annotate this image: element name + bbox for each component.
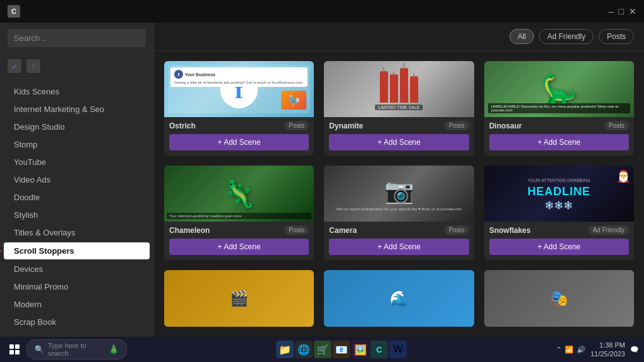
taskbar: 🔍 Type here to search 🎄 📁 🌐 🛒 📧 🖼️ C W ⌃… [0, 337, 644, 362]
content-header: All Ad Friendly Posts [154, 23, 644, 51]
sidebar-item-minimal-promo[interactable]: Minimal Promo [4, 278, 150, 295]
add-scene-button-camera[interactable]: + Add Scene [329, 239, 469, 255]
check-icon[interactable]: ✓ [8, 59, 21, 73]
clock: 1:38 PM 11/25/2023 [591, 341, 625, 359]
scene-badge-snowflakes: Ad Friendly [588, 225, 629, 235]
app-bar: C – □ ✕ [0, 0, 644, 23]
scene-name-dinosaur: Dinosaur [489, 122, 522, 130]
add-scene-button-dinosaur[interactable]: + Add Scene [489, 134, 629, 150]
date: 11/25/2023 [591, 349, 625, 358]
taskbar-search-label: Type here to search [48, 342, 104, 357]
taskbar-search-icon: 🔍 [35, 345, 44, 354]
notification-icon[interactable]: 🗨️ [630, 346, 639, 354]
scene-footer-dinosaur: DinosaurPosts [484, 117, 634, 134]
tray-arrow-icon[interactable]: ⌃ [556, 346, 562, 354]
scene-badge-dinosaur: Posts [604, 121, 629, 130]
taskbar-app-mail[interactable]: 📧 [333, 341, 350, 358]
taskbar-app-c[interactable]: C [370, 341, 388, 358]
svg-marker-0 [0, 247, 3, 255]
scene-card-camera: 📷 Hire an expert photographer for your s… [324, 166, 474, 260]
sidebar-item-video-ads[interactable]: Video Ads [4, 171, 150, 188]
taskbar-app-icons: 📁 🌐 🛒 📧 🖼️ C W [276, 341, 407, 358]
sidebar-item-scrap-book[interactable]: Scrap Book [4, 314, 150, 331]
scene-footer-ostrich: OstrichPosts [164, 117, 314, 134]
start-button[interactable] [5, 340, 24, 359]
sidebar-list: Kids ScenesInternet Marketing & SeoDesig… [0, 79, 153, 337]
scene-card-chameleon: 🦎 Your attention-grabbing headline goes … [164, 166, 314, 260]
sidebar-item-kids-scenes[interactable]: Kids Scenes [4, 83, 150, 100]
taskbar-search[interactable]: 🔍 Type here to search 🎄 [26, 339, 127, 359]
search-input[interactable] [8, 29, 146, 47]
scene-footer-chameleon: ChameleonPosts [164, 222, 314, 239]
nav-controls: ✓ ⋮ [0, 54, 153, 79]
maximize-icon[interactable]: □ [619, 6, 624, 16]
taskbar-app-chrome[interactable]: 🌐 [295, 341, 313, 358]
minimize-icon[interactable]: – [609, 6, 614, 16]
scene-name-dynamite: Dynamite [329, 122, 363, 130]
scene-card-bottom2: 🌊 [324, 270, 474, 327]
search-bar [0, 23, 153, 54]
add-scene-button-snowflakes[interactable]: + Add Scene [489, 239, 629, 255]
time: 1:38 PM [591, 341, 625, 349]
sidebar-item-titles-overlays[interactable]: Titles & Overlays [4, 224, 150, 241]
scene-thumbnail-dynamite: LIMITED TIME SALE [324, 61, 474, 117]
sidebar: ✓ ⋮ Kids ScenesInternet Marketing & SeoD… [0, 23, 154, 337]
app-logo: C [8, 5, 20, 18]
scene-thumbnail-chameleon: 🦎 Your attention-grabbing headline goes … [164, 166, 314, 222]
scene-thumbnail-bottom1: 🎬 [164, 270, 314, 327]
scene-badge-camera: Posts [445, 225, 469, 235]
taskbar-right: ⌃ 📶 🔊 1:38 PM 11/25/2023 🗨️ [556, 341, 639, 359]
sidebar-item-doodle[interactable]: Doodle [4, 189, 150, 206]
filter-ad-friendly-button[interactable]: Ad Friendly [539, 29, 594, 44]
sidebar-item-stylish[interactable]: Stylish [4, 206, 150, 223]
taskbar-tree-icon: 🎄 [108, 344, 119, 354]
scene-thumbnail-bottom3: 🎭 [484, 270, 634, 327]
sidebar-item-glitch-style[interactable]: Glitch Style [4, 331, 150, 337]
filter-all-button[interactable]: All [509, 29, 534, 44]
add-scene-button-dynamite[interactable]: + Add Scene [329, 134, 469, 150]
scene-card-dynamite: LIMITED TIME SALE DynamitePosts+ Add Sce… [324, 61, 474, 156]
grid-icon[interactable]: ⋮ [26, 59, 40, 73]
scene-thumbnail-bottom2: 🌊 [324, 270, 474, 327]
scene-card-ostrich: f Your Business Seeing a little bit of f… [164, 61, 314, 156]
scene-thumbnail-ostrich: f Your Business Seeing a little bit of f… [164, 61, 314, 117]
scene-name-camera: Camera [329, 226, 357, 235]
content-area: All Ad Friendly Posts f Your Business Se… [154, 23, 644, 337]
scene-card-dinosaur: 🦕 UNBELIEVABLE! Discounts on ALL our mos… [484, 61, 634, 156]
scene-card-snowflakes: YOUR ATTENTION GRABBING HEADLINE ❄️❄️❄️ … [484, 166, 634, 260]
scenes-grid: f Your Business Seeing a little bit of f… [154, 51, 644, 337]
sidebar-item-stomp[interactable]: Stomp [4, 136, 150, 153]
add-scene-button-ostrich[interactable]: + Add Scene [169, 134, 309, 150]
scene-badge-ostrich: Posts [284, 121, 309, 130]
scene-name-snowflakes: Snowflakes [489, 226, 531, 235]
main-container: ✓ ⋮ Kids ScenesInternet Marketing & SeoD… [0, 23, 644, 337]
scene-footer-camera: CameraPosts [324, 222, 474, 239]
scene-card-bottom3: 🎭 [484, 270, 634, 327]
scene-badge-chameleon: Posts [284, 225, 309, 235]
taskbar-app-file[interactable]: 📁 [276, 341, 294, 358]
sidebar-item-scroll-stoppers[interactable]: Scroll Stoppers [4, 242, 150, 259]
close-icon[interactable]: ✕ [629, 6, 636, 16]
red-arrow-indicator [0, 245, 3, 257]
system-tray: ⌃ 📶 🔊 [556, 346, 586, 354]
taskbar-app-word[interactable]: W [389, 341, 407, 358]
taskbar-left: 🔍 Type here to search 🎄 [5, 339, 127, 359]
volume-icon: 🔊 [577, 346, 586, 354]
sidebar-item-internet-marketing[interactable]: Internet Marketing & Seo [4, 101, 150, 118]
sidebar-item-devices[interactable]: Devices [4, 261, 150, 278]
taskbar-app-photos[interactable]: 🖼️ [352, 341, 369, 358]
sidebar-item-design-studio[interactable]: Design Studio [4, 118, 150, 135]
filter-posts-button[interactable]: Posts [599, 29, 634, 44]
network-icon: 📶 [565, 346, 574, 354]
scene-footer-snowflakes: SnowflakesAd Friendly [484, 222, 634, 239]
sidebar-item-modern[interactable]: Modern [4, 296, 150, 313]
app-bar-right: – □ ✕ [609, 6, 636, 16]
add-scene-button-chameleon[interactable]: + Add Scene [169, 239, 309, 255]
scene-footer-dynamite: DynamitePosts [324, 117, 474, 134]
scene-thumbnail-camera: 📷 Hire an expert photographer for your s… [324, 166, 474, 222]
scene-card-bottom1: 🎬 [164, 270, 314, 327]
taskbar-app-store[interactable]: 🛒 [314, 341, 331, 358]
scene-badge-dynamite: Posts [445, 121, 469, 130]
sidebar-item-youtube[interactable]: YouTube [4, 154, 150, 171]
scene-thumbnail-snowflakes: YOUR ATTENTION GRABBING HEADLINE ❄️❄️❄️ … [484, 166, 634, 222]
